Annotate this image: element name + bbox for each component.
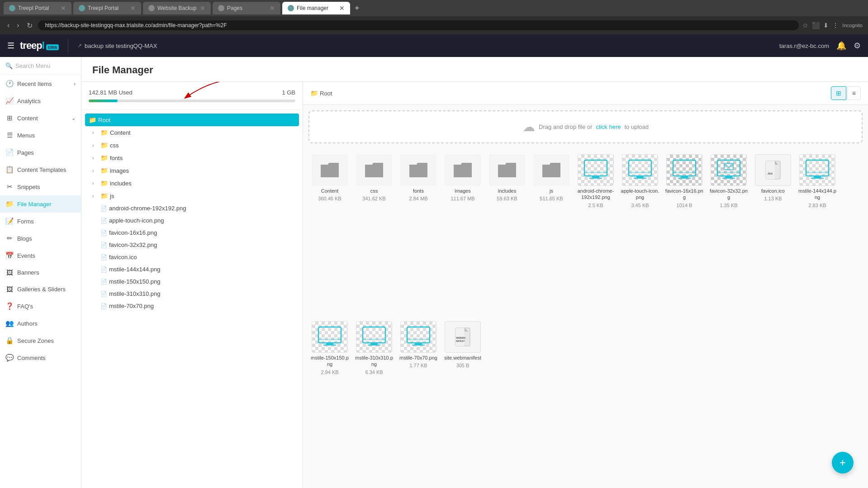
svg-rect-2: [592, 176, 599, 178]
reload-button[interactable]: ↻: [25, 19, 34, 32]
tab-file-manager[interactable]: File manager ✕: [282, 2, 350, 14]
sidebar: 🔍 Search Menu 🕐 Recent Items › 📈 Analyti…: [0, 57, 81, 488]
folder-fonts[interactable]: fonts 2.84 MB: [399, 154, 438, 316]
hamburger-icon[interactable]: ☰: [7, 41, 14, 51]
tree-root[interactable]: 📁 Root: [85, 114, 299, 126]
banners-icon: 🖼: [5, 269, 14, 276]
tree-file-faviconico[interactable]: 📄 favicon.ico: [81, 251, 303, 263]
sidebar-item-secure-zones[interactable]: 🔒 Secure Zones: [0, 332, 81, 349]
drop-zone[interactable]: ☁ Drag and drop file or click here to up…: [308, 110, 863, 143]
folder-js[interactable]: js 511.65 KB: [532, 154, 571, 316]
menu-icon[interactable]: ⋮: [832, 22, 839, 29]
new-tab-button[interactable]: +: [352, 4, 362, 13]
tree-file-mstile310[interactable]: 📄 mstile-310x310.png: [81, 288, 303, 300]
file-mstile150[interactable]: mstile-150x150.png 2.94 KB: [310, 321, 349, 483]
sidebar-item-analytics[interactable]: 📈 Analytics: [0, 92, 81, 109]
file-favicon16[interactable]: favicon-16x16.png 1014 B: [665, 154, 704, 316]
folder-css[interactable]: css 341.62 KB: [355, 154, 394, 316]
folder-images[interactable]: images 111.67 MB: [443, 154, 482, 316]
mstile150-thumb: [312, 321, 348, 353]
file-icon: 📄: [100, 230, 107, 236]
sidebar-item-content-templates[interactable]: 📋 Content Templates: [0, 161, 81, 178]
tree-file-apple[interactable]: 📄 apple-touch-icon.png: [81, 214, 303, 227]
grid-view-button[interactable]: ⊞: [831, 86, 846, 100]
folder-icon: 📁: [100, 180, 108, 187]
menus-label: Menus: [17, 132, 35, 139]
svg-rect-15: [722, 178, 735, 179]
fm-breadcrumb-bar: 📁 Root ⊞ ≡: [303, 82, 868, 105]
folder-includes[interactable]: includes 59.63 KB: [488, 154, 526, 316]
tab-website-backup[interactable]: Website Backup ✕: [143, 2, 211, 14]
tree-file-mstile150[interactable]: 📄 mstile-150x150.png: [81, 275, 303, 288]
list-view-button[interactable]: ≡: [847, 86, 861, 100]
file-favicon32[interactable]: favicon-32x32.png 1.35 KB: [709, 154, 748, 316]
file-mstile70[interactable]: mstile-70x70.png 1.77 KB: [399, 321, 438, 483]
file-mstile144[interactable]: mstile-144x144.png 2.83 KB: [798, 154, 837, 316]
click-here-link[interactable]: click here: [596, 123, 621, 130]
sidebar-item-pages[interactable]: 📄 Pages: [0, 144, 81, 161]
sidebar-item-blogs[interactable]: ✏ Blogs: [0, 230, 81, 247]
chevron-right-icon: ›: [92, 193, 99, 199]
folder-svg-icon: [452, 159, 474, 181]
tree-js[interactable]: › 📁 js: [81, 190, 303, 202]
mstile144-name: mstile-144x144.png: [798, 188, 837, 201]
folder-svg-icon: [363, 159, 385, 181]
tree-includes[interactable]: › 📁 includes: [81, 177, 303, 190]
file-webmanifest[interactable]: WEBMA NIFEST site.webmanifest 305 B: [443, 321, 482, 483]
breadcrumb-root[interactable]: Root: [320, 90, 332, 97]
fab-button[interactable]: +: [832, 452, 854, 474]
page-header: File Manager: [81, 57, 868, 82]
back-button[interactable]: ‹: [5, 19, 11, 31]
fm-main: 142.81 MB Used 1 GB: [81, 82, 868, 488]
download-icon[interactable]: ⬇: [823, 22, 829, 29]
file-icon: 📄: [100, 205, 107, 212]
file-android-chrome[interactable]: android-chrome-192x192.png 2.5 KB: [576, 154, 615, 316]
sidebar-item-file-manager[interactable]: 📁 File Manager: [0, 195, 81, 213]
sidebar-item-faqs[interactable]: ❓ FAQ's: [0, 298, 81, 315]
sidebar-item-comments[interactable]: 💬 Comments: [0, 349, 81, 366]
tree-file-mstile144[interactable]: 📄 mstile-144x144.png: [81, 263, 303, 275]
url-input[interactable]: [45, 22, 792, 28]
tree-images[interactable]: › 📁 images: [81, 164, 303, 177]
tab-treepl-1[interactable]: Treepl Portal ✕: [4, 2, 71, 14]
favicon16-thumb: [666, 154, 702, 186]
folder-content-name: Content: [321, 188, 339, 194]
bookmark-icon[interactable]: ☆: [802, 22, 808, 29]
extension-icon[interactable]: ⬛: [812, 22, 820, 29]
sidebar-item-authors[interactable]: 👥 Authors: [0, 315, 81, 332]
folder-content[interactable]: Content 360.46 KB: [310, 154, 349, 316]
authors-label: Authors: [17, 320, 38, 327]
tree-file-mstile70[interactable]: 📄 mstile-70x70.png: [81, 300, 303, 312]
file-icon: 📄: [100, 291, 107, 297]
sidebar-item-events[interactable]: 📅 Events: [0, 247, 81, 264]
tab-pages[interactable]: Pages ✕: [213, 2, 280, 14]
to-upload-text: to upload: [624, 123, 649, 130]
tree-file-android[interactable]: 📄 android-chrome-192x192.png: [81, 202, 303, 214]
file-manager-icon: 📁: [5, 200, 14, 208]
tree-file-favicon16[interactable]: 📄 favicon-16x16.png: [81, 227, 303, 239]
tab-treepl-2[interactable]: Treepl Portal ✕: [73, 2, 141, 14]
address-bar[interactable]: [38, 20, 799, 30]
file-apple-touch[interactable]: apple-touch-icon.png 3.45 KB: [621, 154, 659, 316]
sidebar-item-snippets[interactable]: ✂ Snippets: [0, 178, 81, 195]
file-mstile310[interactable]: mstile-310x310.png 6.34 KB: [355, 321, 394, 483]
sidebar-item-menus[interactable]: ☰ Menus: [0, 127, 81, 144]
tree-content[interactable]: › 📁 Content: [81, 126, 303, 139]
sidebar-item-recent-items[interactable]: 🕐 Recent Items ›: [0, 75, 81, 92]
file-faviconico[interactable]: .ico favicon.ico 1.13 KB: [754, 154, 792, 316]
sidebar-item-forms[interactable]: 📝 Forms: [0, 213, 81, 230]
tree-fonts[interactable]: › 📁 fonts: [81, 152, 303, 164]
folder-svg-icon: [541, 159, 562, 181]
file-icon: 📄: [100, 303, 107, 309]
tree-css[interactable]: › 📁 css: [81, 139, 303, 152]
svg-rect-30: [370, 343, 378, 345]
sidebar-item-banners[interactable]: 🖼 Banners: [0, 264, 81, 281]
sidebar-item-content[interactable]: ⊞ Content ⌄: [0, 109, 81, 127]
notification-icon[interactable]: 🔔: [836, 41, 846, 51]
sidebar-search[interactable]: 🔍 Search Menu: [0, 57, 81, 75]
tree-file-favicon32[interactable]: 📄 favicon-32x32.png: [81, 239, 303, 251]
settings-icon[interactable]: ⚙: [854, 41, 861, 51]
sidebar-item-galleries-sliders[interactable]: 🖼 Galleries & Sliders: [0, 281, 81, 298]
svg-rect-33: [407, 327, 430, 343]
forward-button[interactable]: ›: [15, 19, 21, 31]
